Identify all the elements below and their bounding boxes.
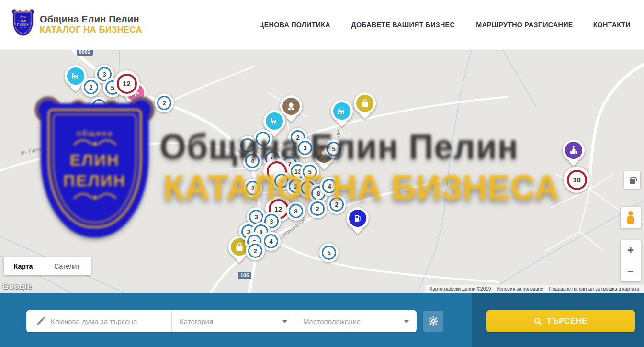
cluster-count: 2 bbox=[248, 244, 262, 258]
factory-icon bbox=[266, 112, 283, 130]
map-type-satellite-button[interactable]: Сателит bbox=[43, 257, 91, 275]
map-canvas[interactable]: общинаЕЛИНПЕЛИН Община Елин Пелин КАТАЛО… bbox=[0, 50, 644, 293]
site-subtitle: КАТАЛОГ НА БИЗНЕСА bbox=[40, 25, 142, 35]
cluster-count: 12 bbox=[117, 74, 137, 94]
nav-item[interactable]: ДОБАВЕТЕ ВАШИЯТ БИЗНЕС bbox=[351, 21, 454, 29]
attribution-text: Картографски данни ©2019 bbox=[427, 286, 494, 291]
search-bar: Категория Местоположение bbox=[0, 293, 644, 347]
cluster-marker[interactable]: 2 bbox=[246, 241, 265, 260]
site-logo-link[interactable]: общинаЕЛИНПЕЛИН Община Елин Пелин КАТАЛО… bbox=[13, 11, 142, 38]
advanced-settings-button[interactable] bbox=[423, 311, 443, 332]
cluster-marker[interactable]: 5 bbox=[324, 139, 343, 158]
cluster-marker[interactable]: 3 bbox=[295, 138, 315, 157]
cluster-count: 4 bbox=[264, 234, 278, 248]
cluster-count: 8 bbox=[289, 204, 303, 218]
factory-icon bbox=[333, 102, 350, 120]
municipality-emblem: общинаЕЛИНПЕЛИН bbox=[13, 11, 33, 35]
cluster-count: 2 bbox=[84, 80, 98, 94]
lock-button[interactable] bbox=[624, 171, 640, 189]
pegman-button[interactable] bbox=[621, 207, 641, 228]
road-number-badge: 105 bbox=[238, 272, 251, 279]
cluster-count: 2 bbox=[157, 96, 171, 110]
cluster-count: 2 bbox=[246, 181, 260, 195]
attribution-link[interactable]: Условия за ползване bbox=[494, 286, 546, 291]
search-fields: Категория Местоположение bbox=[26, 310, 417, 332]
google-logo[interactable]: Google bbox=[2, 282, 32, 291]
fuel-pin[interactable] bbox=[347, 207, 369, 229]
map-type-control: Карта Сателит bbox=[4, 257, 91, 275]
emblem-name-line1: ЕЛИН bbox=[18, 19, 27, 23]
search-button[interactable]: ТЪРСЕНЕ bbox=[486, 310, 635, 332]
church-pin[interactable] bbox=[563, 139, 585, 161]
cluster-count: 10 bbox=[567, 170, 587, 190]
pegman-icon bbox=[627, 211, 634, 224]
keyword-input[interactable] bbox=[51, 317, 166, 325]
cluster-count: 3 bbox=[298, 141, 312, 155]
site-title-block: Община Елин Пелин КАТАЛОГ НА БИЗНЕСА bbox=[40, 14, 142, 35]
category-select-label: Категория bbox=[180, 317, 213, 325]
cluster-marker[interactable]: 10 bbox=[564, 167, 590, 193]
cluster-count: 2 bbox=[329, 197, 344, 212]
cluster-count bbox=[240, 138, 255, 153]
cluster-count: 5 bbox=[327, 142, 341, 156]
cluster-marker[interactable]: 2 bbox=[243, 179, 262, 198]
cluster-count: 4 bbox=[245, 154, 260, 168]
bag-pin[interactable] bbox=[354, 92, 376, 114]
site-header: общинаЕЛИНПЕЛИН Община Елин Пелин КАТАЛО… bbox=[0, 0, 644, 49]
keyword-field[interactable] bbox=[26, 310, 171, 332]
cluster-count: 2 bbox=[310, 201, 325, 216]
search-button-label: ТЪРСЕНЕ bbox=[547, 317, 588, 325]
factory-pin[interactable] bbox=[331, 100, 353, 122]
cluster-count bbox=[92, 99, 106, 113]
location-select-label: Местоположение bbox=[303, 317, 361, 325]
attribution-link[interactable]: Подаване на сигнал за грешка в картата bbox=[546, 286, 642, 291]
lock-icon bbox=[630, 179, 635, 184]
church-icon bbox=[565, 142, 582, 159]
zoom-control: + − bbox=[621, 240, 641, 281]
zoom-in-button[interactable]: + bbox=[621, 240, 641, 261]
cluster-marker[interactable]: 2 bbox=[327, 195, 346, 214]
gear-icon bbox=[428, 316, 439, 326]
cluster-marker[interactable]: 2 bbox=[308, 199, 327, 218]
category-select[interactable]: Категория bbox=[171, 310, 295, 332]
nav-item[interactable]: КОНТАКТИ bbox=[593, 21, 631, 29]
site-title: Община Елин Пелин bbox=[40, 14, 142, 25]
fuel-icon bbox=[349, 210, 366, 227]
cluster-marker[interactable]: 2 bbox=[81, 78, 101, 97]
pencil-icon bbox=[36, 317, 45, 326]
location-select[interactable]: Местоположение bbox=[295, 310, 417, 332]
main-nav: ЦЕНОВА ПОЛИТИКАДОБАВЕТЕ ВАШИЯТ БИЗНЕСМАР… bbox=[258, 21, 632, 29]
emblem-shield: общинаЕЛИНПЕЛИН bbox=[13, 11, 33, 35]
emblem-ornament bbox=[19, 27, 28, 29]
search-icon bbox=[534, 317, 542, 325]
cluster-marker[interactable]: 5 bbox=[319, 243, 339, 262]
cluster-count: 5 bbox=[303, 165, 317, 179]
page: общинаЕЛИНПЕЛИН Община Елин Пелин КАТАЛО… bbox=[0, 0, 644, 347]
bag-icon bbox=[356, 95, 373, 112]
map-attribution: Картографски данни ©2019Условия за ползв… bbox=[425, 285, 644, 293]
cluster-marker[interactable] bbox=[90, 97, 109, 116]
cluster-marker[interactable]: 12 bbox=[113, 70, 140, 97]
chevron-down-icon bbox=[404, 320, 409, 323]
cluster-count: 5 bbox=[322, 246, 336, 260]
cluster-marker[interactable]: 8 bbox=[286, 201, 305, 221]
nav-item[interactable]: ЦЕНОВА ПОЛИТИКА bbox=[259, 21, 330, 29]
zoom-out-button[interactable]: − bbox=[621, 261, 641, 282]
worker-icon bbox=[282, 98, 300, 115]
emblem-name-line2: ПЕЛИН bbox=[17, 23, 29, 27]
road-number-badge: 6002 bbox=[77, 50, 93, 56]
cluster-count bbox=[256, 132, 270, 146]
municipality-emblem-small: общинаЕЛИНПЕЛИН bbox=[13, 11, 34, 38]
cluster-marker[interactable]: 2 bbox=[155, 93, 174, 112]
map-type-map-button[interactable]: Карта bbox=[4, 257, 43, 275]
cluster-marker[interactable]: 4 bbox=[243, 151, 262, 170]
worker-pin[interactable] bbox=[280, 95, 302, 117]
cluster-marker[interactable]: 4 bbox=[320, 177, 339, 196]
nav-item[interactable]: МАРШРУТНО РАЗПИСАНИЕ bbox=[476, 21, 573, 29]
cluster-count: 4 bbox=[322, 179, 337, 193]
factory-pin[interactable] bbox=[263, 110, 285, 132]
factory-icon bbox=[67, 67, 84, 85]
chevron-down-icon bbox=[282, 320, 287, 323]
